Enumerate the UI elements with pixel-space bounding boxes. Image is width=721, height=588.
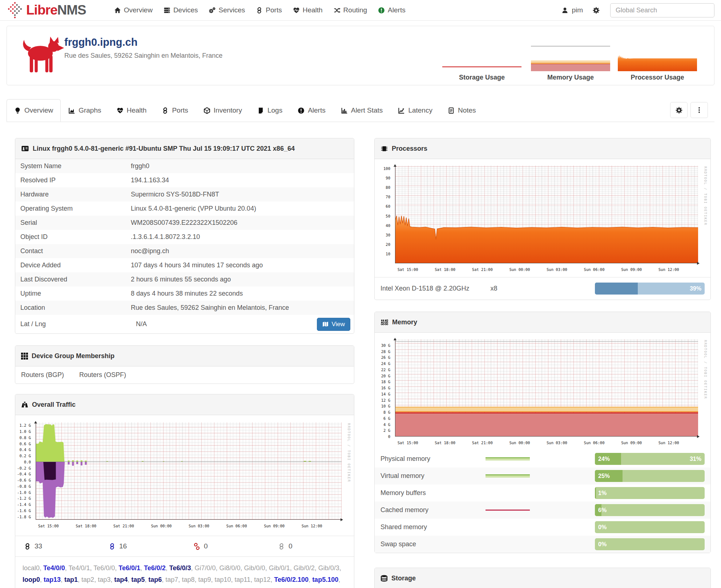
tab-health[interactable]: Health [109, 99, 154, 122]
nav-item-devices[interactable]: Devices [158, 0, 204, 21]
cpu-usage-bar: 39% [595, 283, 705, 295]
memory-usage-bar: 0% [595, 521, 705, 533]
tab-alerts[interactable]: Alerts [290, 99, 333, 122]
port-link[interactable]: Gib/0/0 [244, 564, 265, 572]
tab-notes[interactable]: Notes [440, 99, 484, 122]
device-group-link[interactable]: Routers (BGP) [21, 371, 64, 379]
nav-item-routing[interactable]: Routing [328, 0, 373, 21]
port-link[interactable]: Te4/0/0 [43, 564, 65, 572]
port-link[interactable]: tap5 [131, 576, 145, 583]
port-link[interactable]: Gib/0/3 [318, 564, 339, 572]
latlng-label: Lat / Lng [20, 320, 136, 328]
port-count-up[interactable]: 16 [100, 542, 185, 550]
memory-title: Memory [392, 319, 417, 326]
settings-gear-icon[interactable] [592, 7, 600, 14]
table-row: System Namefrggh0 [15, 159, 354, 173]
tab-graphs[interactable]: Graphs [61, 99, 109, 122]
port-link[interactable]: Gib/0/1 [269, 564, 290, 572]
port-link[interactable]: tap8 [182, 576, 194, 583]
port-link[interactable]: tap1 [64, 576, 78, 583]
port-link[interactable]: tap4 [114, 576, 128, 583]
port-link[interactable]: loop0 [23, 576, 40, 583]
port-link[interactable]: Te4/0/1 [68, 564, 90, 572]
port-link[interactable]: Te6/0/3 [169, 564, 191, 572]
port-link[interactable]: Gi7/0/0 [194, 564, 216, 572]
tab-inventory[interactable]: Inventory [196, 99, 250, 122]
port-link[interactable]: Gib/0/2 [294, 564, 315, 572]
port-link[interactable]: tap5.100 [312, 576, 338, 583]
storage-mini-graph[interactable] [442, 44, 521, 71]
librenms-app: LibreNMS OverviewDevicesServicesPortsHea… [0, 0, 721, 588]
chain-icon [162, 107, 169, 114]
total-memory-line [395, 341, 698, 342]
shuffle-icon [334, 7, 341, 14]
tab-alert-stats[interactable]: Alert Stats [333, 99, 391, 122]
nav-item-alerts[interactable]: Alerts [372, 0, 411, 21]
memory-mini-graph[interactable] [531, 44, 610, 71]
port-link[interactable]: tap13 [44, 576, 61, 583]
user-menu[interactable]: pim [561, 6, 583, 14]
storage-panel: Storage [374, 568, 711, 588]
port-link[interactable]: local0 [23, 564, 40, 572]
memory-x-axis: Sat 15:00Sat 18:00Sat 21:00Sun 00:00Sun … [395, 441, 698, 446]
nav-item-overview[interactable]: Overview [109, 0, 158, 21]
port-link[interactable]: Gi8/0/0 [219, 564, 241, 572]
user-icon [561, 7, 568, 14]
port-link[interactable]: tap9 [198, 576, 211, 583]
librenms-logo[interactable]: LibreNMS [7, 0, 86, 20]
nav-item-health[interactable]: Health [287, 0, 328, 21]
memory-usage-bar: 1% [595, 487, 705, 499]
tab-logs[interactable]: Logs [250, 99, 290, 122]
table-row: Contactnoc@ipng.ch [15, 244, 354, 258]
port-link[interactable]: tap10 [215, 576, 231, 583]
tab-overview[interactable]: Overview [7, 99, 61, 122]
port-link[interactable]: tap12 [254, 576, 270, 583]
memory-icon [380, 318, 388, 326]
nav-item-services[interactable]: Services [203, 0, 250, 21]
processors-graph[interactable]: 100908070605040302010 Sat 15:00Sat 18:00… [375, 160, 710, 277]
port-link[interactable]: Te6/0/1 [118, 564, 140, 572]
tab-latency[interactable]: Latency [390, 99, 440, 122]
chain-icon [256, 7, 263, 14]
zero-line [36, 462, 342, 462]
overall-traffic-graph[interactable]: 1.2 G1.0 G0.8 G0.6 G0.4 G0.2 G0.0-0.2 G-… [15, 417, 354, 534]
device-tabbar: OverviewGraphsHealthPortsInventoryLogsAl… [7, 99, 714, 122]
device-hostname[interactable]: frggh0.ipng.ch [64, 36, 222, 48]
port-link[interactable]: Te6/0/2.100 [274, 576, 309, 583]
id-card-icon [21, 145, 29, 153]
nav-item-ports[interactable]: Ports [250, 0, 287, 21]
memory-panel: Memory 30 G28 G26 G24 G22 G20 G18 G16 G1… [374, 312, 711, 553]
port-link[interactable]: tap3 [98, 576, 110, 583]
port-count-total[interactable]: 33 [15, 542, 100, 550]
port-count-disabled[interactable]: 0 [269, 542, 354, 550]
storage-title: Storage [391, 575, 416, 582]
device-settings-button[interactable] [670, 102, 688, 118]
port-count-down[interactable]: 0 [185, 542, 269, 550]
device-more-button[interactable] [690, 102, 708, 118]
memory-sparkline [486, 510, 530, 511]
view-map-button[interactable]: View [317, 318, 350, 331]
overall-traffic-title: Overall Traffic [32, 401, 76, 409]
ports-list: local0, Te4/0/0, Te4/0/1, Te6/0/0, Te6/0… [15, 557, 354, 588]
global-search-input[interactable] [610, 3, 714, 17]
latlng-value: N/A [136, 320, 147, 328]
system-info-table: System Namefrggh0Resolved IP194.1.163.34… [15, 159, 354, 315]
table-row: Device Added107 days 4 hours 34 minutes … [15, 258, 354, 272]
traffic-x-axis: Sat 15:00Sat 18:00Sat 21:00Sun 00:00Sun … [36, 524, 342, 529]
memory-pool-row: Virtual memory25% [375, 467, 710, 484]
port-link[interactable]: Te6/0/0 [93, 564, 115, 572]
memory-graph[interactable]: 30 G28 G26 G24 G22 G20 G18 G16 G14 G12 G… [375, 333, 710, 450]
port-link[interactable]: tap2 [81, 576, 94, 583]
tab-ports[interactable]: Ports [154, 99, 196, 122]
processor-mini-graph[interactable] [618, 44, 697, 71]
device-groups-list: Routers (BGP)Routers (OSPF) [15, 366, 354, 384]
port-link[interactable]: tap6 [148, 576, 162, 583]
bulb-icon [14, 107, 21, 114]
device-group-link[interactable]: Routers (OSPF) [79, 371, 126, 379]
port-link[interactable]: tap11 [235, 576, 251, 583]
port-link[interactable]: Te6/0/2 [144, 564, 166, 572]
table-row: SerialWM208S007439.E222322X1502206 [15, 216, 354, 230]
port-link[interactable]: tap7 [165, 576, 178, 583]
username: pim [572, 6, 583, 14]
memory-y-axis: 30 G28 G26 G24 G22 G20 G18 G16 G14 G12 G… [375, 339, 393, 437]
